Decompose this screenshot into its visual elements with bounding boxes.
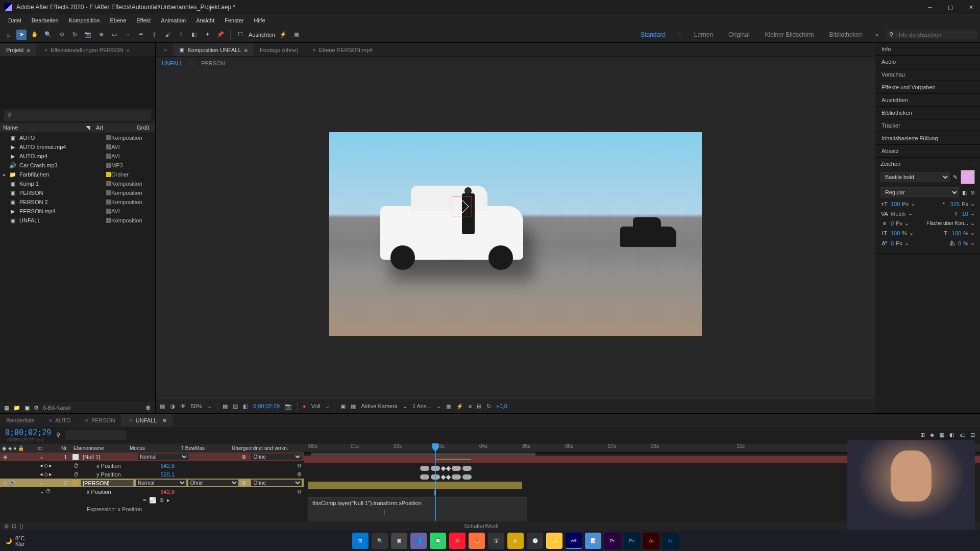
snapshot-icon[interactable]: 📷 xyxy=(285,403,292,410)
tl-icon-1[interactable]: ⊞ xyxy=(920,432,925,438)
kerning[interactable]: Metrik xyxy=(891,211,906,217)
parent-select[interactable]: Ohne xyxy=(251,454,302,460)
col-label[interactable]: ◥ xyxy=(86,124,96,131)
zoom-tool[interactable]: 🔍 xyxy=(43,30,53,40)
res-icon[interactable]: ▦ xyxy=(223,403,228,410)
workspace-dropdown-icon[interactable]: ≡ xyxy=(675,30,685,40)
cam-dropdown-icon[interactable]: ⌄ xyxy=(403,403,407,410)
timeline-search-input[interactable] xyxy=(65,430,127,440)
mask-icon[interactable]: ◑ xyxy=(170,403,175,410)
puppet-tool[interactable]: 📌 xyxy=(215,30,226,40)
rect-tool[interactable]: ▭ xyxy=(109,30,119,40)
col-trkmat[interactable]: T BewMas xyxy=(179,445,230,451)
flowchart-icon[interactable]: ⊞ xyxy=(477,403,481,410)
visibility-toggle[interactable]: ◉ xyxy=(2,480,8,486)
app-icon[interactable]: 字 xyxy=(488,533,504,549)
menu-ansicht[interactable]: Ansicht xyxy=(192,16,218,24)
clone-tool[interactable]: ⌇ xyxy=(176,30,186,40)
project-item[interactable]: ▶ AUTO.mp4 AVI xyxy=(0,152,155,161)
tsume[interactable]: 0 xyxy=(958,240,961,246)
panel-tracker[interactable]: Tracker xyxy=(875,119,980,132)
views-dropdown[interactable]: 1 Ans... xyxy=(412,403,431,409)
resolution-dropdown[interactable]: Voll xyxy=(311,403,321,409)
snap-opts[interactable]: ⚡ xyxy=(278,30,288,40)
settings-icon[interactable]: ⚙ xyxy=(34,405,39,411)
bpc-label[interactable]: 8-Bit-Kanal xyxy=(43,405,70,411)
panel-inhaltsbasierte[interactable]: Inhaltsbasierte Füllung xyxy=(875,132,980,145)
hand-tool[interactable]: ✋ xyxy=(30,30,40,40)
dropdown-icon[interactable]: ⌄ xyxy=(904,220,909,227)
stroke-width[interactable]: 0 xyxy=(891,220,894,227)
camera-dropdown[interactable]: Aktive Kamera xyxy=(361,403,398,409)
panel-bibliotheken[interactable]: Bibliotheken xyxy=(875,107,980,119)
tl-icon-5[interactable]: 🏷 xyxy=(960,432,965,438)
teams-app[interactable]: 👥 xyxy=(410,533,427,549)
transparency-icon[interactable]: ▦ xyxy=(351,403,356,410)
leading[interactable]: 325 xyxy=(950,201,960,207)
after-effects-app[interactable]: Ae xyxy=(566,533,582,549)
pickwhip-icon[interactable]: ⊚ xyxy=(297,471,302,478)
res-dropdown-icon[interactable]: ⌄ xyxy=(325,403,330,410)
expression-editor[interactable]: thisComp.layer("Null 1").transform.xPosi… xyxy=(308,497,527,521)
dropdown-icon[interactable]: ⌄ xyxy=(908,210,913,217)
label-swatch[interactable] xyxy=(106,218,111,223)
playhead[interactable] xyxy=(435,443,436,521)
label-swatch[interactable] xyxy=(106,144,111,149)
menu-fenster[interactable]: Fenster xyxy=(220,16,248,24)
pickwhip-icon[interactable]: ⊚ xyxy=(241,480,246,486)
zoom-level[interactable]: 50% xyxy=(191,403,202,409)
lightroom-app[interactable]: Lr xyxy=(663,533,679,549)
reset-icon[interactable]: ↻ xyxy=(486,403,491,410)
col-type[interactable]: Art xyxy=(96,124,137,131)
selection-tool[interactable]: ➤ xyxy=(16,30,27,40)
panel-menu-icon[interactable]: ≡ xyxy=(972,161,975,167)
snap-grid[interactable]: ▦ xyxy=(291,30,302,40)
folder-icon[interactable]: 📁 xyxy=(13,405,20,411)
help-search-input[interactable] xyxy=(896,32,973,38)
layer-name-input[interactable] xyxy=(81,480,134,487)
comp-tab-ebene[interactable]: × Ebene PERSON.mp4 xyxy=(304,44,379,56)
prop-row-ypos[interactable]: ◂◇▸ ⏱ y Position 520,1 ⊚ xyxy=(0,470,304,479)
dropdown-icon[interactable]: ⌄ xyxy=(909,230,914,236)
dropdown-icon[interactable]: ⌄ xyxy=(970,220,975,227)
project-tab[interactable]: Projekt≡ xyxy=(0,44,36,56)
menu-hilfe[interactable]: Hilfe xyxy=(250,16,270,24)
project-item[interactable]: ▣ PERSON Komposition xyxy=(0,188,155,197)
layer-1-ypos-keyframes[interactable] xyxy=(420,473,472,481)
fast-preview-icon[interactable]: ⚡ xyxy=(456,403,463,410)
prop-row-xpos-2[interactable]: ⌄⏱ x Position 642,6 ⊚ xyxy=(0,487,304,496)
expr-pickwhip-icon[interactable]: ⊚ xyxy=(159,497,164,504)
help-search[interactable]: ⚲ xyxy=(885,30,977,39)
panel-effekte[interactable]: Effekte und Vorgaben xyxy=(875,81,980,94)
panel-vorschau[interactable]: Vorschau xyxy=(875,68,980,81)
eraser-tool[interactable]: ◧ xyxy=(189,30,199,40)
prop-value[interactable]: 642,6 xyxy=(160,463,175,469)
col-mode[interactable]: Modus xyxy=(128,445,179,451)
expand-icon[interactable]: ⌄ xyxy=(40,488,44,495)
workspace-original[interactable]: Original xyxy=(722,29,755,40)
label-swatch[interactable] xyxy=(106,181,111,186)
pickwhip-icon[interactable]: ⊚ xyxy=(297,488,302,495)
tl-icon-2[interactable]: ◈ xyxy=(930,432,934,438)
subtab-person[interactable]: PERSON xyxy=(201,60,225,66)
app-icon[interactable]: 📝 xyxy=(585,533,601,549)
channel-icon[interactable]: ● xyxy=(303,403,306,409)
tl-icon-6[interactable]: ⊡ xyxy=(970,432,975,438)
project-search-input[interactable] xyxy=(4,110,151,121)
workspace-bibliotheken[interactable]: Bibliotheken xyxy=(823,29,869,40)
tl-tab-auto[interactable]: ×AUTO xyxy=(41,414,77,427)
parent-select[interactable]: Ohne xyxy=(251,480,302,486)
prop-value[interactable]: 520,1 xyxy=(160,471,175,478)
pickwhip-icon[interactable]: ⊚ xyxy=(297,462,302,469)
dropdown-icon[interactable]: ⌄ xyxy=(911,201,915,207)
menu-effekt[interactable]: Effekt xyxy=(132,16,155,24)
stroke-mode[interactable]: Fläche über Kon... xyxy=(926,220,968,226)
blend-mode-select[interactable]: Normal xyxy=(136,480,186,486)
exposure[interactable]: +0,0 xyxy=(496,403,507,409)
rotate-tool[interactable]: ↻ xyxy=(69,30,80,40)
comp-icon[interactable]: ▣ xyxy=(24,405,30,411)
layer-row-1[interactable]: ◉ ⌄ 1 [Null 1] Normal ⊚ Ohne xyxy=(0,453,304,461)
brush-tool[interactable]: 🖌 xyxy=(162,30,173,40)
stopwatch-icon[interactable]: ⏱ xyxy=(74,471,79,478)
subtab-unfall[interactable]: UNFALL xyxy=(162,60,183,66)
